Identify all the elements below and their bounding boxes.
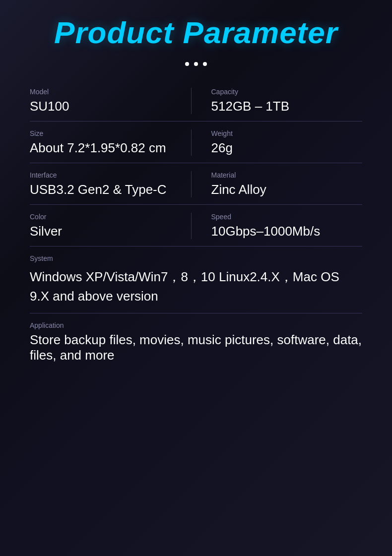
spec-speed: Speed 10Gbps–1000Mb/s <box>192 213 363 239</box>
model-value: SU100 <box>30 99 181 114</box>
dots-container <box>30 62 362 66</box>
model-label: Model <box>30 88 181 96</box>
page-container: Product Parameter Model SU100 Capacity 5… <box>0 0 392 556</box>
size-label: Size <box>30 129 181 137</box>
size-value: About 7.2*1.95*0.82 cm <box>30 140 181 156</box>
spec-interface: Interface USB3.2 Gen2 & Type-C <box>30 171 192 197</box>
spec-color: Color Silver <box>30 213 192 239</box>
application-label: Application <box>30 321 362 329</box>
application-value: Store backup files, movies, music pictur… <box>30 332 362 363</box>
weight-value: 26g <box>211 140 363 156</box>
spec-weight: Weight 26g <box>192 129 363 156</box>
color-label: Color <box>30 213 181 221</box>
spec-row-application: Application Store backup files, movies, … <box>30 313 362 370</box>
capacity-value: 512GB – 1TB <box>211 99 363 114</box>
system-value: Windows XP/Vista/Win7，8，10 Linux2.4.X，Ma… <box>30 267 362 306</box>
spec-model: Model SU100 <box>30 88 192 114</box>
dot-1 <box>185 62 189 66</box>
spec-row-color-speed: Color Silver Speed 10Gbps–1000Mb/s <box>30 205 362 247</box>
spec-size: Size About 7.2*1.95*0.82 cm <box>30 129 192 156</box>
system-label: System <box>30 254 362 262</box>
color-value: Silver <box>30 224 181 239</box>
dot-2 <box>194 62 198 66</box>
spec-capacity: Capacity 512GB – 1TB <box>192 88 363 114</box>
capacity-label: Capacity <box>211 88 363 96</box>
spec-row-model-capacity: Model SU100 Capacity 512GB – 1TB <box>30 80 362 122</box>
interface-label: Interface <box>30 171 181 179</box>
dot-3 <box>203 62 207 66</box>
speed-value: 10Gbps–1000Mb/s <box>211 224 363 239</box>
speed-label: Speed <box>211 213 363 221</box>
spec-row-system: System Windows XP/Vista/Win7，8，10 Linux2… <box>30 247 362 313</box>
material-value: Zinc Alloy <box>211 182 363 197</box>
spec-material: Material Zinc Alloy <box>192 171 363 197</box>
spec-row-interface-material: Interface USB3.2 Gen2 & Type-C Material … <box>30 163 362 205</box>
weight-label: Weight <box>211 129 363 137</box>
spec-row-size-weight: Size About 7.2*1.95*0.82 cm Weight 26g <box>30 122 362 163</box>
material-label: Material <box>211 171 363 179</box>
page-title: Product Parameter <box>30 15 362 50</box>
interface-value: USB3.2 Gen2 & Type-C <box>30 182 181 197</box>
